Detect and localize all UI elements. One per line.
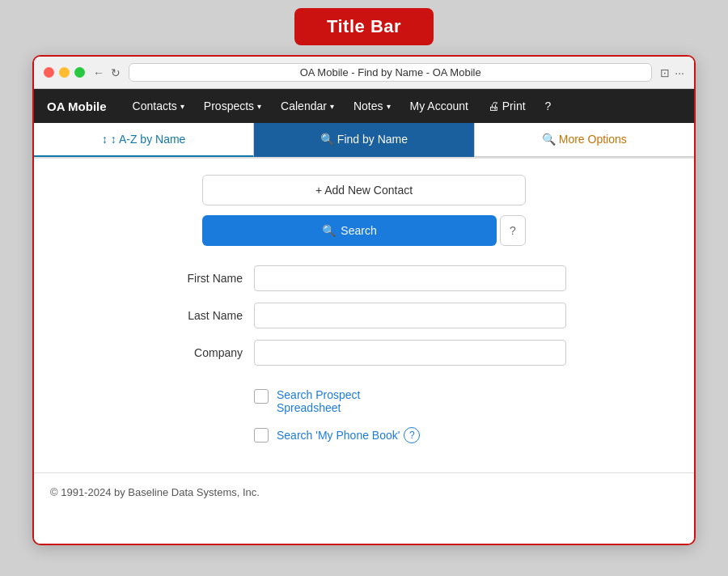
nav-print[interactable]: 🖨 Print: [478, 89, 535, 123]
browser-actions: ⊡ ···: [660, 66, 684, 79]
search-button[interactable]: 🔍 Search: [202, 215, 497, 246]
tab-more-options[interactable]: 🔍 More Options: [474, 123, 694, 157]
nav-notes[interactable]: Notes ▾: [344, 89, 400, 123]
nav-my-account[interactable]: My Account: [400, 89, 478, 123]
refresh-button[interactable]: ↻: [111, 66, 121, 79]
traffic-light-minimize[interactable]: [59, 67, 70, 78]
notes-caret: ▾: [387, 102, 391, 111]
nav-help[interactable]: ?: [535, 89, 561, 123]
find-tab-label: Find by Name: [337, 133, 408, 146]
back-button[interactable]: ←: [93, 66, 104, 79]
add-new-contact-button[interactable]: + Add New Contact: [202, 175, 526, 205]
footer-text: © 1991-2024 by Baseline Data Systems, In…: [50, 486, 260, 498]
form-fields: First Name Last Name Company: [162, 265, 566, 366]
search-row: 🔍 Search ?: [202, 215, 526, 246]
search-label: Search: [341, 224, 376, 237]
last-name-input[interactable]: [254, 303, 566, 328]
content-area: + Add New Contact 🔍 Search ? First Name …: [34, 159, 694, 472]
tab-find-by-name[interactable]: 🔍 Find by Name: [254, 123, 473, 157]
search-prospect-text: Search ProspectSpreadsheet: [277, 388, 361, 414]
contacts-caret: ▾: [180, 102, 184, 111]
phone-book-help-icon[interactable]: ?: [404, 427, 420, 443]
browser-window: ← ↻ OA Mobile - Find by Name - OA Mobile…: [32, 55, 696, 545]
search-phone-book-label: Search 'My Phone Book' ?: [277, 427, 420, 443]
az-tab-icon: ↕: [102, 133, 108, 146]
first-name-row: First Name: [162, 265, 566, 291]
search-phone-book-text: Search 'My Phone Book': [277, 429, 400, 442]
tab-az-by-name[interactable]: ↕ ↕ A-Z by Name: [34, 123, 254, 157]
last-name-label: Last Name: [162, 309, 243, 322]
traffic-light-maximize[interactable]: [74, 67, 85, 78]
first-name-input[interactable]: [254, 265, 566, 291]
first-name-label: First Name: [162, 272, 243, 285]
more-options-tab-label: More Options: [559, 133, 627, 146]
app-navbar: OA Mobile Contacts ▾ Prospects ▾ Calenda…: [34, 89, 694, 123]
nav-brand: OA Mobile: [47, 100, 107, 113]
checkbox-area: Search ProspectSpreadsheet Search 'My Ph…: [162, 388, 566, 443]
nav-calendar[interactable]: Calendar ▾: [271, 89, 344, 123]
nav-contacts[interactable]: Contacts ▾: [123, 89, 194, 123]
traffic-light-close[interactable]: [44, 67, 54, 78]
company-row: Company: [162, 340, 566, 366]
browser-chrome: ← ↻ OA Mobile - Find by Name - OA Mobile…: [34, 57, 694, 89]
page-footer: © 1991-2024 by Baseline Data Systems, In…: [34, 472, 694, 511]
search-icon: 🔍: [322, 224, 336, 237]
prospects-caret: ▾: [257, 102, 261, 111]
title-bar-label: Title Bar: [294, 8, 434, 45]
find-tab-icon: 🔍: [320, 133, 337, 146]
more-options-icon[interactable]: ···: [675, 66, 684, 79]
search-phone-book-checkbox[interactable]: [254, 428, 269, 443]
search-prospect-row: Search ProspectSpreadsheet: [254, 388, 566, 414]
last-name-row: Last Name: [162, 303, 566, 328]
company-label: Company: [162, 346, 243, 359]
tab-bar: ↕ ↕ A-Z by Name 🔍 Find by Name 🔍 More Op…: [34, 123, 694, 159]
search-prospect-label: Search ProspectSpreadsheet: [277, 388, 361, 414]
search-phone-book-row: Search 'My Phone Book' ?: [254, 427, 566, 443]
browser-navigation: ← ↻: [93, 66, 121, 79]
az-tab-label: ↕ A-Z by Name: [111, 133, 186, 146]
search-prospect-checkbox[interactable]: [254, 389, 269, 404]
reader-view-icon[interactable]: ⊡: [660, 66, 670, 79]
nav-prospects[interactable]: Prospects ▾: [194, 89, 271, 123]
search-help-button[interactable]: ?: [500, 215, 526, 246]
more-options-tab-icon: 🔍: [542, 133, 559, 146]
traffic-lights: [44, 67, 85, 78]
calendar-caret: ▾: [330, 102, 334, 111]
browser-url-bar[interactable]: OA Mobile - Find by Name - OA Mobile: [129, 63, 652, 82]
main-content: ↕ ↕ A-Z by Name 🔍 Find by Name 🔍 More Op…: [34, 123, 694, 544]
company-input[interactable]: [254, 340, 566, 366]
